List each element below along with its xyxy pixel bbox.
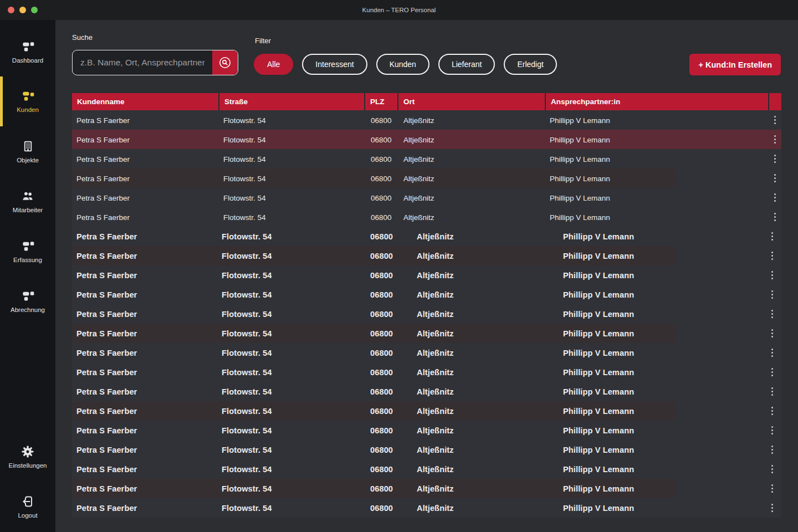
table-row[interactable]: Petra S Faerber Flotowstr. 54 06800 Altj… (72, 246, 781, 265)
cell-ort: Altjeßnitz (417, 465, 454, 474)
search-icon (218, 55, 232, 70)
row-menu-button[interactable] (765, 304, 779, 324)
row-menu-button[interactable] (765, 343, 779, 362)
row-menu-button[interactable] (768, 149, 782, 168)
row-menu-button[interactable] (765, 227, 779, 246)
row-menu-button[interactable] (768, 188, 782, 207)
filter-pill-lieferant[interactable]: Lieferant (438, 54, 495, 75)
cell-plz: 06800 (370, 387, 393, 396)
row-menu-button[interactable] (765, 440, 779, 459)
table-row[interactable]: Petra S Faerber Flotowstr. 54 06800 Altj… (72, 285, 781, 304)
cell-ort: Altjeßnitz (417, 504, 454, 513)
table-row[interactable]: Petra S Faerber Flotowstr. 54 06800 Altj… (72, 130, 781, 149)
table-row[interactable]: Petra S Faerber Flotowstr. 54 06800 Altj… (72, 498, 781, 518)
row-menu-button[interactable] (765, 382, 779, 401)
sidebar-item-erfassung[interactable]: Erfassung (0, 228, 55, 275)
table-row[interactable]: Petra S Faerber Flotowstr. 54 06800 Altj… (72, 149, 781, 168)
main-content: Suche Filter Alle Interessent Kunden Lie… (55, 20, 798, 532)
kebab-dots-icon (771, 426, 773, 428)
cell-ort: Altjeßnitz (417, 368, 454, 377)
search-button[interactable] (212, 50, 238, 75)
kebab-dots-icon (771, 368, 773, 370)
cell-plz: 06800 (370, 329, 393, 338)
search-input[interactable] (73, 50, 212, 75)
close-button[interactable] (8, 7, 14, 13)
sidebar-item-einstellungen[interactable]: Einstellungen (0, 433, 55, 480)
table-row[interactable]: Petra S Faerber Flotowstr. 54 06800 Altj… (72, 207, 781, 227)
table-header: Kundenname Straße PLZ Ort Ansprechpartne… (72, 93, 781, 110)
cell-kundenname: Petra S Faerber (76, 252, 137, 260)
row-menu-button[interactable] (765, 246, 779, 265)
table-row[interactable]: Petra S Faerber Flotowstr. 54 06800 Altj… (72, 227, 781, 246)
cell-plz: 06800 (371, 116, 392, 124)
filter-pill-interessent[interactable]: Interessent (302, 54, 367, 75)
table-row[interactable]: Petra S Faerber Flotowstr. 54 06800 Altj… (72, 459, 781, 479)
cell-ort: Altjeßnitz (417, 426, 454, 435)
column-header-kundenname[interactable]: Kundenname (72, 93, 219, 110)
cell-kundenname: Petra S Faerber (76, 155, 130, 163)
row-menu-button[interactable] (765, 285, 779, 304)
cell-plz: 06800 (370, 271, 393, 280)
sidebar-item-logout[interactable]: Logout (0, 483, 55, 530)
kebab-dots-icon (771, 504, 773, 505)
row-menu-button[interactable] (768, 130, 782, 149)
cell-ort: Altjeßnitz (403, 116, 434, 124)
table-row[interactable]: Petra S Faerber Flotowstr. 54 06800 Altj… (72, 343, 781, 362)
sidebar-item-mitarbeiter[interactable]: Mitarbeiter (0, 178, 55, 225)
table-row[interactable]: Petra S Faerber Flotowstr. 54 06800 Altj… (72, 479, 781, 498)
row-menu-button[interactable] (765, 479, 779, 498)
table-row[interactable]: Petra S Faerber Flotowstr. 54 06800 Altj… (72, 168, 781, 188)
table-row[interactable]: Petra S Faerber Flotowstr. 54 06800 Altj… (72, 362, 781, 382)
filter-pill-alle[interactable]: Alle (254, 54, 293, 75)
minimize-button[interactable] (19, 7, 26, 13)
sidebar-item-abrechnung[interactable]: Abrechnung (0, 278, 55, 325)
table-row[interactable]: Petra S Faerber Flotowstr. 54 06800 Altj… (72, 324, 781, 343)
row-menu-button[interactable] (765, 498, 779, 518)
row-menu-button[interactable] (765, 265, 779, 285)
table-row[interactable]: Petra S Faerber Flotowstr. 54 06800 Altj… (72, 304, 781, 324)
table-row[interactable]: Petra S Faerber Flotowstr. 54 06800 Altj… (72, 401, 781, 421)
kebab-dots-icon (771, 484, 773, 486)
sidebar-item-label: Mitarbeiter (13, 207, 43, 213)
sidebar-item-kunden[interactable]: Kunden (0, 76, 55, 126)
filter-pill-erledigt[interactable]: Erledigt (504, 54, 556, 75)
row-menu-button[interactable] (765, 362, 779, 382)
row-menu-button[interactable] (765, 401, 779, 421)
cell-ansprechpartner: Phillipp V Lemann (563, 465, 634, 474)
sidebar-item-label: Kunden (17, 106, 39, 113)
sidebar-item-label: Erfassung (13, 257, 42, 263)
sidebar-item-dashboard[interactable]: Dashboard (0, 29, 55, 75)
table-row[interactable]: Petra S Faerber Flotowstr. 54 06800 Altj… (72, 265, 781, 285)
cell-kundenname: Petra S Faerber (76, 213, 130, 221)
cell-ort: Altjeßnitz (417, 387, 454, 396)
cell-kundenname: Petra S Faerber (76, 446, 137, 454)
column-header-ansprechpartner[interactable]: Ansprechpartner:in (546, 93, 769, 110)
table-row[interactable]: Petra S Faerber Flotowstr. 54 06800 Altj… (72, 382, 781, 401)
row-menu-button[interactable] (765, 421, 779, 440)
row-menu-button[interactable] (765, 459, 779, 479)
row-menu-button[interactable] (768, 110, 782, 130)
zoom-button[interactable] (31, 7, 38, 13)
sidebar-item-objekte[interactable]: Objekte (0, 129, 55, 175)
cell-ort: Altjeßnitz (417, 329, 454, 338)
row-menu-button[interactable] (768, 207, 782, 227)
table-row[interactable]: Petra S Faerber Flotowstr. 54 06800 Altj… (72, 110, 781, 130)
column-header-plz[interactable]: PLZ (365, 93, 398, 110)
table-row[interactable]: Petra S Faerber Flotowstr. 54 06800 Altj… (72, 188, 781, 207)
cell-ansprechpartner: Phillipp V Lemann (563, 387, 634, 396)
kebab-dots-icon (771, 446, 773, 447)
cell-plz: 06800 (370, 484, 393, 493)
row-menu-button[interactable] (768, 168, 782, 188)
column-header-ort[interactable]: Ort (398, 93, 546, 110)
cell-ansprechpartner: Phillipp V Lemann (563, 252, 634, 260)
create-customer-button[interactable]: + Kund:In Erstellen (689, 54, 781, 75)
cell-kundenname: Petra S Faerber (76, 349, 137, 357)
column-header-strasse[interactable]: Straße (219, 93, 365, 110)
row-menu-button[interactable] (765, 324, 779, 343)
filter-pill-kunden[interactable]: Kunden (376, 54, 429, 75)
cell-kundenname: Petra S Faerber (76, 310, 137, 319)
table-row[interactable]: Petra S Faerber Flotowstr. 54 06800 Altj… (72, 440, 781, 459)
cell-strasse: Flotowstr. 54 (223, 155, 266, 163)
table-row[interactable]: Petra S Faerber Flotowstr. 54 06800 Altj… (72, 421, 781, 440)
cell-strasse: Flotowstr. 54 (222, 349, 272, 357)
